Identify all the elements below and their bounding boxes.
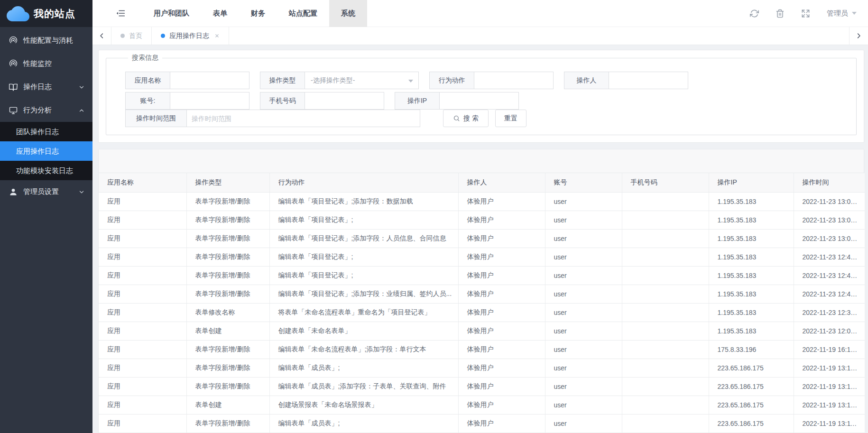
column-header: 操作IP [709, 173, 794, 192]
table-cell: 175.8.33.196 [709, 340, 794, 359]
table-row: 应用表单字段新增/删除编辑表单「项目登记表」;体验用户user1.195.35.… [99, 266, 865, 285]
operation-type-select[interactable]: -选择操作类型- [305, 72, 419, 89]
time-range-field: 操作时间范围 [125, 110, 420, 127]
account-label: 账号: [125, 92, 170, 110]
action-field: 行为动作 [429, 72, 554, 89]
table-cell: 2022-11-23 12:44:23 [794, 248, 865, 266]
tags-scroll-left-button[interactable] [92, 27, 111, 45]
sidebar-subitem-app-operation-log[interactable]: 应用操作日志 [0, 141, 92, 161]
table-cell: 体验用户 [458, 229, 545, 248]
table-cell: 体验用户 [458, 266, 545, 285]
top-nav-item-site-config[interactable]: 站点配置 [277, 0, 329, 27]
sidebar-item-performance-config[interactable]: 性能配置与消耗 [0, 29, 92, 52]
site-logo[interactable]: 我的站点 [0, 0, 92, 27]
sidebar-subitem-team-operation-log[interactable]: 团队操作日志 [0, 122, 92, 141]
table-cell: 表单字段新增/删除 [186, 248, 269, 266]
main-column: 用户和团队表单财务站点配置系统 [92, 0, 868, 433]
sidebar-item-performance-monitor[interactable]: 性能监控 [0, 52, 92, 75]
action-input[interactable] [474, 72, 554, 89]
tab-app-operation-log[interactable]: 应用操作日志 [152, 27, 229, 45]
table-cell: 2022-11-19 16:17:26 [794, 340, 865, 359]
table-row: 应用表单字段新增/删除编辑表单「项目登记表」;添加字段：业绩归属、签约人员...… [99, 285, 865, 303]
column-header: 操作类型 [186, 173, 269, 192]
table-cell: 表单字段新增/删除 [186, 229, 269, 248]
table-cell [622, 229, 709, 248]
column-header: 操作人 [458, 173, 545, 192]
reset-button[interactable]: 重置 [495, 110, 526, 127]
sidebar-menu: 性能配置与消耗性能监控操作日志行为分析团队操作日志应用操作日志功能模块安装日志管… [0, 27, 92, 433]
operation-log-table: 应用名称操作类型行为动作操作人账号手机号码操作IP操作时间应用表单字段新增/删除… [99, 173, 865, 433]
table-cell: 表单字段新增/删除 [186, 359, 269, 377]
table-cell: 编辑表单「项目登记表」; [269, 211, 458, 229]
table-cell: 1.195.35.183 [709, 303, 794, 322]
app-root: 我的站点 性能配置与消耗性能监控操作日志行为分析团队操作日志应用操作日志功能模块… [0, 0, 868, 433]
person-icon [9, 187, 18, 197]
chevron-down-icon [408, 80, 413, 83]
table-cell: user [545, 322, 622, 340]
search-button[interactable]: 搜 索 [443, 110, 489, 127]
time-range-input[interactable] [187, 110, 420, 127]
topbar-actions: 管理员 [750, 9, 868, 18]
column-header: 操作时间 [794, 173, 865, 192]
top-nav-item-system[interactable]: 系统 [329, 0, 367, 27]
table-cell [622, 266, 709, 285]
table-cell [622, 322, 709, 340]
operation-ip-input[interactable] [440, 92, 519, 110]
table-cell: 223.65.186.175 [709, 414, 794, 433]
sidebar-item-label: 性能配置与消耗 [23, 36, 85, 45]
top-header: 用户和团队表单财务站点配置系统 [92, 0, 868, 27]
operation-ip-field: 操作IP [395, 92, 519, 110]
user-dropdown[interactable]: 管理员 [827, 9, 857, 18]
phone-input[interactable] [305, 92, 384, 110]
search-form: 应用名称操作类型-选择操作类型-行为动作操作人账号:手机号码操作IP [125, 72, 856, 110]
table-cell: 体验用户 [458, 340, 545, 359]
column-header: 应用名称 [99, 173, 186, 192]
sidebar-item-admin-settings[interactable]: 管理员设置 [0, 180, 92, 203]
app-name-input[interactable] [170, 72, 249, 89]
table-row: 应用表单字段新增/删除编辑表单「项目登记表」;添加字段：数据加载体验用户user… [99, 192, 865, 211]
menu-fold-icon[interactable] [115, 8, 126, 18]
sidebar-item-label: 操作日志 [23, 83, 78, 92]
operator-input[interactable] [609, 72, 688, 89]
sidebar: 我的站点 性能配置与消耗性能监控操作日志行为分析团队操作日志应用操作日志功能模块… [0, 0, 92, 433]
time-range-label: 操作时间范围 [125, 110, 187, 127]
table-cell: user [545, 266, 622, 285]
table-cell: 应用 [99, 303, 186, 322]
table-cell: 1.195.35.183 [709, 266, 794, 285]
table-cell: 体验用户 [458, 322, 545, 340]
table-cell: 编辑表单「项目登记表」; [269, 266, 458, 285]
table-cell: user [545, 377, 622, 396]
account-input[interactable] [170, 92, 249, 110]
top-nav-item-finance[interactable]: 财务 [239, 0, 277, 27]
table-cell: 编辑表单「成员表」; [269, 414, 458, 433]
sidebar-subitem-module-install-log[interactable]: 功能模块安装日志 [0, 161, 92, 180]
cloud-logo-icon [7, 5, 29, 22]
table-cell: 表单创建 [186, 396, 269, 414]
sidebar-item-behavior-analysis[interactable]: 行为分析 [0, 99, 92, 122]
table-cell: 2022-11-23 12:08:30 [794, 322, 865, 340]
tags-scroll-right-button[interactable] [849, 27, 868, 45]
monitor-icon [9, 106, 18, 115]
sidebar-item-operation-log[interactable]: 操作日志 [0, 75, 92, 99]
table-cell: 应用 [99, 377, 186, 396]
action-label: 行为动作 [429, 72, 474, 89]
table-cell: 2022-11-19 13:12:10 [794, 396, 865, 414]
table-cell [622, 285, 709, 303]
fullscreen-icon[interactable] [801, 9, 810, 18]
table-cell: 应用 [99, 248, 186, 266]
table-cell: 编辑表单「未命名流程表单」;添加字段：单行文本 [269, 340, 458, 359]
top-nav-item-forms[interactable]: 表单 [201, 0, 239, 27]
tab-home[interactable]: 首页 [111, 27, 152, 45]
operation-ip-label: 操作IP [395, 92, 440, 110]
trash-icon[interactable] [776, 9, 785, 18]
top-nav-item-users-teams[interactable]: 用户和团队 [142, 0, 201, 27]
refresh-icon[interactable] [750, 9, 759, 18]
table-cell: 体验用户 [458, 285, 545, 303]
tab-label: 应用操作日志 [169, 32, 209, 40]
broadcast-icon [9, 36, 18, 46]
sidebar-submenu: 团队操作日志应用操作日志功能模块安装日志 [0, 122, 92, 180]
table-cell: 2022-11-19 13:18:52 [794, 359, 865, 377]
table-cell [622, 414, 709, 433]
table-cell: user [545, 414, 622, 433]
close-icon[interactable] [214, 33, 220, 38]
